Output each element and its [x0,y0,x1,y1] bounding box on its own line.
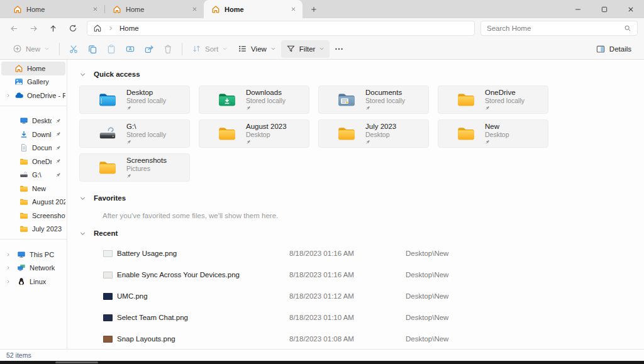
file-name: Battery Usage.png [117,250,289,257]
tab-close-icon[interactable] [189,4,200,14]
pin-icon[interactable] [55,118,61,124]
file-date: 8/18/2023 01:08 AM [289,335,406,343]
copy-icon [87,44,97,54]
chevron-down-icon[interactable] [79,195,86,202]
sidebar-item-desktop[interactable]: Desktop [1,114,65,128]
recent-header[interactable]: Recent [79,228,633,239]
breadcrumb[interactable]: Home [119,25,139,32]
share-button[interactable] [140,40,158,58]
sidebar-item-home[interactable]: Home [1,62,65,75]
paste-button[interactable] [102,40,121,58]
pin-icon[interactable] [55,145,61,151]
file-location: Desktop\New [406,271,633,279]
refresh-button[interactable] [63,19,82,37]
back-button[interactable] [4,19,24,37]
cut-button[interactable] [64,40,83,58]
quick-access-card-july-2023[interactable]: July 2023Desktop [318,119,429,148]
sidebar-item-linux[interactable]: Linux [1,275,65,289]
maximize-button[interactable] [591,0,618,18]
sidebar-item-label: OneDrive - Persona [27,92,65,99]
chevron-right-icon[interactable] [6,252,11,257]
folder-yellow-icon [218,126,236,142]
forward-button[interactable] [24,19,43,37]
file-row[interactable]: Battery Usage.png 8/18/2023 01:16 AM Des… [79,243,633,264]
pin-icon[interactable] [55,158,61,164]
tab-close-icon[interactable] [288,4,299,14]
file-explorer-window: Home Home Home Home [0,0,644,364]
delete-button[interactable] [158,40,177,58]
new-button[interactable]: New [8,40,55,58]
address-bar[interactable]: Home [87,21,475,36]
sidebar-item-network[interactable]: Network [1,262,65,275]
chevron-right-icon[interactable] [6,265,11,270]
view-button[interactable]: View [233,40,281,58]
tab-home-2[interactable]: Home [105,0,204,18]
sidebar-item-august-2023[interactable]: August 2023 [1,196,65,209]
chevron-right-icon[interactable] [6,93,11,98]
quick-access-card-august-2023[interactable]: August 2023Desktop [199,119,309,148]
quick-access-card-new[interactable]: NewDesktop [438,119,548,148]
sidebar-item-this-pc[interactable]: This PC [1,248,65,262]
sidebar-item-new[interactable]: New [1,182,65,196]
pin-icon[interactable] [55,172,61,178]
details-pane-icon [596,44,606,54]
file-row[interactable]: Enable Sync Across Your Devices.png 8/18… [79,264,633,285]
quick-access-card-screenshots[interactable]: ScreenshotsPictures [79,153,190,182]
search-box[interactable] [480,21,638,36]
pin-icon [485,106,525,111]
sidebar-item-downloads[interactable]: Downloads [1,128,65,141]
chevron-down-icon[interactable] [79,230,86,237]
sidebar-item-screenshots[interactable]: Screenshots [1,209,65,223]
file-row[interactable]: UMC.png 8/18/2023 01:12 AM Desktop\New [79,285,633,307]
quick-access-grid: DesktopStored locally DownloadsStored lo… [79,85,633,182]
file-row[interactable]: Select Team Chat.png 8/18/2023 01:10 AM … [79,307,633,328]
toolbar-separator [182,43,182,55]
sidebar-item-g-drive[interactable]: G:\ [1,168,65,182]
up-button[interactable] [43,19,63,37]
rename-button[interactable] [121,40,140,58]
chevron-down-icon[interactable] [79,71,86,78]
search-icon[interactable] [624,25,631,32]
filter-button[interactable]: Filter [281,40,330,58]
folder-desktop-blue-icon [98,92,117,108]
pin-icon[interactable] [55,131,61,137]
more-options-button[interactable] [330,40,348,58]
close-button[interactable] [618,0,644,18]
tab-label: Home [26,6,86,13]
sidebar-item-label: Documents [32,144,52,152]
quick-access-card-onedrive[interactable]: OneDriveStored locally [438,85,548,114]
rename-icon [125,44,135,54]
quick-access-card-desktop[interactable]: DesktopStored locally [79,85,190,114]
new-tab-button[interactable] [306,2,321,17]
file-location: Desktop\New [406,314,633,321]
onedrive-cloud-icon [14,91,23,100]
minimize-button[interactable] [565,0,591,18]
sidebar-item-onedrive[interactable]: OneDrive [1,155,65,168]
file-row[interactable]: Snap Layouts.png 8/18/2023 01:08 AM Desk… [79,328,633,349]
chevron-right-icon[interactable] [6,279,11,284]
favorites-header[interactable]: Favorites [79,192,633,204]
navigation-bar: Home [0,18,644,38]
tab-home-1[interactable]: Home [6,0,104,18]
pin-icon [365,140,396,145]
file-thumbnail [103,293,113,300]
details-button[interactable]: Details [591,40,636,58]
search-input[interactable] [487,25,624,32]
file-date: 8/18/2023 01:10 AM [289,314,406,321]
taskbar-edge [0,361,644,364]
sidebar-item-documents[interactable]: Documents [1,141,65,155]
quick-access-card-downloads[interactable]: DownloadsStored locally [199,85,309,114]
sidebar-item-july-2023[interactable]: July 2023 [1,223,65,236]
quick-access-card-g-drive[interactable]: G:\Stored locally [79,119,190,148]
section-title: Recent [94,229,118,237]
tab-close-icon[interactable] [90,4,101,14]
sort-button[interactable]: Sort [187,40,233,58]
chevron-right-icon[interactable] [108,25,114,31]
sidebar-item-gallery[interactable]: Gallery [1,75,65,89]
quick-access-card-documents[interactable]: DocumentsStored locally [318,85,429,114]
sidebar-item-onedrive-personal[interactable]: OneDrive - Persona [1,89,65,102]
card-title: OneDrive [485,89,525,97]
copy-button[interactable] [83,40,102,58]
quick-access-header[interactable]: Quick access [79,69,633,80]
tab-home-3-active[interactable]: Home [204,0,303,18]
